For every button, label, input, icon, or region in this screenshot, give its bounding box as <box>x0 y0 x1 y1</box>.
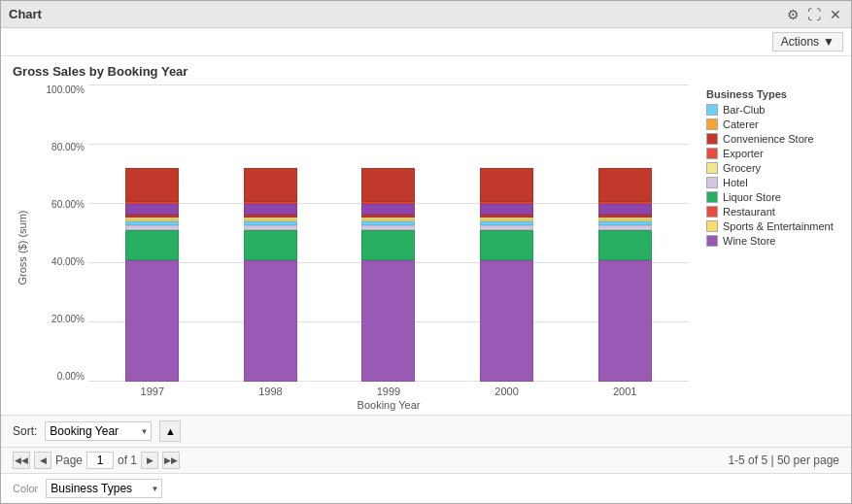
legend-item-label: Liquor Store <box>723 191 781 203</box>
legend-color-box <box>706 133 718 145</box>
per-page-label: 50 per page <box>777 454 839 467</box>
y-tick: 40.00% <box>40 256 85 267</box>
bar-segment <box>244 168 297 202</box>
pagination-left: ◀◀ ◀ Page of 1 ▶ ▶▶ <box>13 452 180 469</box>
y-tick: 80.00% <box>40 142 85 152</box>
first-page-button[interactable]: ◀◀ <box>13 452 30 469</box>
legend-color-box <box>706 206 718 218</box>
chart-title: Gross Sales by Booking Year <box>13 64 839 79</box>
bar-segment <box>244 204 297 215</box>
bar-stack <box>480 168 533 382</box>
x-label: 2001 <box>580 386 669 397</box>
bar-segment <box>125 168 179 202</box>
legend-item-label: Exporter <box>723 148 764 159</box>
bar-segment <box>480 204 533 215</box>
window-title: Chart <box>9 7 42 21</box>
legend-title: Business Types <box>706 88 839 100</box>
x-label: 1998 <box>226 386 316 397</box>
bar-segment <box>361 204 415 215</box>
legend-item: Grocery <box>706 162 839 174</box>
legend-color-box <box>706 235 718 247</box>
bar-segment <box>361 168 415 202</box>
bar-segment <box>244 230 297 260</box>
y-tick: 0.00% <box>40 371 85 382</box>
x-labels: 19971998199920002001 <box>88 382 689 397</box>
actions-button[interactable]: Actions ▼ <box>772 32 843 51</box>
of-label: of 1 <box>118 454 137 467</box>
legend-color-box <box>706 220 718 232</box>
legend-item-label: Caterer <box>723 118 759 130</box>
bar-segment <box>598 168 652 202</box>
bar-group <box>344 168 433 382</box>
bar-segment <box>361 260 415 382</box>
bar-group <box>226 168 316 382</box>
legend-color-box <box>706 118 718 130</box>
bar-stack <box>361 168 415 382</box>
y-axis-label: Gross ($) (sum) <box>16 211 27 286</box>
legend-item-label: Grocery <box>723 162 761 174</box>
chart-container: Gross ($) (sum) 100.00%80.00%60.00%40.00… <box>13 84 839 411</box>
prev-page-button[interactable]: ◀ <box>34 452 51 469</box>
sort-bar: Sort: Booking YearBusiness TypesGross ($… <box>1 415 851 447</box>
actions-label: Actions <box>781 35 819 49</box>
x-label: 1997 <box>108 386 197 397</box>
sort-label: Sort: <box>13 424 37 438</box>
pagination-right: 1-5 of 5 | 50 per page <box>728 454 839 467</box>
chart-plot: 100.00%80.00%60.00%40.00%20.00%0.00% <box>40 84 689 382</box>
legend-item-label: Sports & Entertainment <box>723 220 834 232</box>
color-bar: Color Business Types <box>1 473 851 503</box>
color-label: Color <box>13 483 38 494</box>
bar-segment <box>125 260 179 382</box>
bar-segment <box>598 230 652 260</box>
titlebar-controls: ⚙ ⛶ ✕ <box>785 7 843 22</box>
actions-chevron-icon: ▼ <box>823 35 835 49</box>
x-axis-title: Booking Year <box>88 399 689 411</box>
page-label: Page <box>55 454 83 467</box>
bar-segment <box>480 168 533 202</box>
y-tick: 60.00% <box>40 199 85 210</box>
y-axis: 100.00%80.00%60.00%40.00%20.00%0.00% <box>40 84 88 382</box>
close-icon[interactable]: ✕ <box>828 7 843 22</box>
chart-window: Chart ⚙ ⛶ ✕ Actions ▼ Gross Sales by Boo… <box>0 0 852 504</box>
legend-item: Wine Store <box>706 235 839 247</box>
chart-main: 100.00%80.00%60.00%40.00%20.00%0.00% 199… <box>40 84 689 411</box>
bar-segment <box>125 204 179 215</box>
legend: Business Types Bar-ClubCatererConvenienc… <box>699 84 839 411</box>
titlebar: Chart ⚙ ⛶ ✕ <box>1 1 851 28</box>
last-page-button[interactable]: ▶▶ <box>162 452 180 469</box>
bar-segment <box>598 260 652 382</box>
legend-item: Restaurant <box>706 206 839 218</box>
actions-bar: Actions ▼ <box>1 28 851 56</box>
sort-select[interactable]: Booking YearBusiness TypesGross ($) <box>45 421 152 441</box>
legend-color-box <box>706 104 718 116</box>
bar-group <box>580 168 669 382</box>
sort-direction-button[interactable]: ▲ <box>159 420 181 442</box>
legend-item-label: Wine Store <box>723 235 775 247</box>
legend-item-label: Restaurant <box>723 206 775 218</box>
bar-segment <box>361 230 415 260</box>
chart-area: Gross Sales by Booking Year Gross ($) (s… <box>1 56 851 415</box>
bar-segment <box>244 260 297 382</box>
legend-item: Caterer <box>706 118 839 130</box>
bar-stack <box>244 168 297 382</box>
bar-group <box>108 168 197 382</box>
color-select[interactable]: Business Types <box>46 479 162 498</box>
legend-item-label: Hotel <box>723 177 748 188</box>
legend-item: Bar-Club <box>706 104 839 116</box>
page-input[interactable] <box>86 452 114 469</box>
legend-item: Convenience Store <box>706 133 839 145</box>
legend-item: Hotel <box>706 177 839 188</box>
bar-segment <box>480 260 533 382</box>
bar-stack <box>598 168 652 382</box>
legend-item: Exporter <box>706 148 839 159</box>
y-tick: 100.00% <box>40 84 85 95</box>
next-page-button[interactable]: ▶ <box>141 452 158 469</box>
range-label: 1-5 of 5 <box>728 454 767 467</box>
legend-item-label: Bar-Club <box>723 104 765 116</box>
legend-item: Liquor Store <box>706 191 839 203</box>
legend-color-box <box>706 177 718 188</box>
settings-icon[interactable]: ⚙ <box>785 7 801 22</box>
x-label: 2000 <box>462 386 552 397</box>
bar-group <box>462 168 552 382</box>
expand-icon[interactable]: ⛶ <box>806 7 822 22</box>
